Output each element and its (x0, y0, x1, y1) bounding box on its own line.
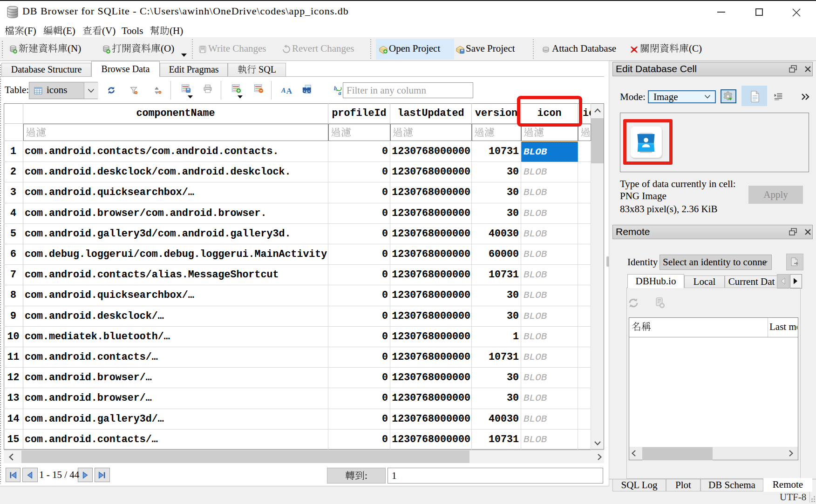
svg-text:b: b (334, 85, 337, 92)
svg-text:A: A (281, 87, 286, 94)
svg-text:A: A (286, 87, 292, 95)
